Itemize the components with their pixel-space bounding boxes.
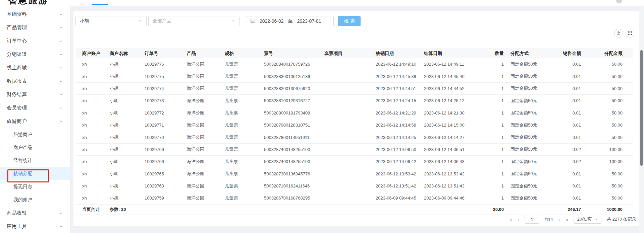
column-header: 核销日期 — [370, 49, 418, 58]
table-cell: 小胡 — [104, 131, 139, 143]
table-cell: 儿童票 — [219, 143, 258, 155]
first-page-button[interactable]: « — [509, 217, 512, 222]
table-cell — [318, 168, 370, 180]
table-cell: 2023-06-12 14:15:00 — [418, 119, 480, 131]
sidebar-item-data-report[interactable]: 数据报表 — [0, 74, 70, 88]
product-select[interactable]: 全部产品 — [148, 16, 239, 26]
page-size-select[interactable]: 20条/页 — [574, 215, 601, 224]
table-cell: 10029765 — [139, 168, 181, 180]
table-cell: 2023-06-12 14:49:11 — [418, 58, 480, 70]
table-row: xh小胡10029766海洋公园儿童票500328740014825510020… — [76, 156, 633, 168]
table-cell: 2023-06-09 09:44:46 — [418, 192, 480, 204]
chevron-down-icon — [59, 106, 63, 110]
chevron-down-icon — [59, 92, 63, 97]
table-cell: 1 — [480, 131, 504, 143]
user-avatar[interactable] — [616, 0, 622, 3]
column-header: 订单号 — [139, 49, 181, 58]
table-cell: 50.00 — [582, 168, 633, 180]
table-cell: 固定金额50元 — [504, 156, 551, 168]
sidebar-subitem-verification-allocation[interactable]: 核销分配 — [0, 167, 70, 180]
table-cell: 固定金额50元 — [504, 95, 551, 107]
sidebar-subitem-my-account[interactable]: 我的账户 — [0, 193, 70, 206]
chevron-down-icon — [59, 66, 63, 70]
table-cell: 儿童票 — [219, 180, 258, 192]
next-page-button[interactable]: › — [558, 217, 560, 222]
sidebar-subitem-operation-stats[interactable]: 经营统计 — [0, 154, 70, 167]
sidebar-item-tourism-merchant[interactable]: 旅游商户 — [0, 114, 70, 128]
table-cell: xh — [76, 70, 104, 82]
sidebar-subitem-withdraw-log[interactable]: 提现日志 — [0, 180, 70, 193]
table-cell: 10029772 — [139, 107, 181, 119]
table-cell: 50.00 — [582, 192, 633, 204]
scrollbar-track[interactable] — [639, 6, 644, 233]
sidebar-item-goods-cashier[interactable]: 商品收银 — [0, 206, 70, 220]
download-button[interactable] — [614, 29, 623, 37]
merchant-select[interactable]: 小胡 — [75, 16, 147, 26]
date-range-picker[interactable]: 2022-06-02 至 2023-07-01 — [246, 16, 334, 26]
summary-qty-total: 20.00 — [480, 204, 504, 215]
table-cell: 儿童票 — [219, 95, 258, 107]
table-cell: 海洋公园 — [181, 180, 219, 192]
content-area: 小胡 全部产品 2022-06-02 至 2023-07-01 检索 — [70, 6, 644, 233]
sidebar-item-distribution[interactable]: 分销渠道 — [0, 48, 70, 61]
sidebar-subitem-tourism-merchant-sub[interactable]: 旅游商户 — [0, 128, 70, 141]
table-cell: 小胡 — [104, 95, 139, 107]
table-cell: 2023-06-12 14:21:30 — [418, 107, 480, 119]
sidebar-item-order-center[interactable]: 订单中心 — [0, 34, 70, 48]
table-cell: 2023-06-12 14:14:25 — [370, 131, 418, 143]
table-cell: 小胡 — [104, 119, 139, 131]
sidebar-subitem-merchant-product[interactable]: 商户产品 — [0, 141, 70, 154]
table-cell: 海洋公园 — [181, 192, 219, 204]
sidebar-item-product-mgmt[interactable]: 产品管理 — [0, 21, 70, 34]
sidebar-item-finance-settle[interactable]: 财务结算 — [0, 88, 70, 101]
table-cell: 5003287400148255100 — [258, 156, 318, 168]
table-cell: 1 — [480, 192, 504, 204]
last-page-button[interactable]: » — [565, 217, 568, 222]
date-start-value: 2022-06-02 — [260, 18, 284, 24]
table-cell: 5003287800114951911 — [258, 131, 318, 143]
sidebar-item-basic-data[interactable]: 基础资料 — [0, 7, 70, 21]
sidebar-item-online-mall[interactable]: 线上商城 — [0, 61, 70, 74]
sidebar-item-label: 旅游商户 — [7, 118, 27, 125]
sidebar-item-label: 数据报表 — [7, 78, 27, 84]
table-row: xh小胡10029771海洋公园儿童票500328790012831075120… — [76, 119, 633, 131]
table-cell: 2023-06-12 14:24:15 — [370, 95, 418, 107]
table-cell: 海洋公园 — [181, 70, 219, 82]
sidebar-item-label: 财务结算 — [7, 91, 27, 98]
product-select-value: 全部产品 — [153, 18, 171, 24]
table-cell: 1 — [480, 95, 504, 107]
table-cell: 小胡 — [104, 70, 139, 82]
table-cell: 海洋公园 — [181, 143, 219, 155]
sidebar-item-member-mgmt[interactable]: 会员管理 — [0, 101, 70, 114]
table-row: xh小胡10029770海洋公园儿童票500328780011495191120… — [76, 131, 633, 143]
table-cell: 海洋公园 — [181, 119, 219, 131]
table-cell: 2023-06-12 13:51:43 — [418, 180, 480, 192]
table-cell: 50.00 — [582, 95, 633, 107]
grid-settings-button[interactable] — [626, 29, 634, 37]
sidebar-item-label: 商品收银 — [7, 210, 27, 216]
chevron-down-icon — [59, 52, 63, 57]
search-button[interactable]: 检索 — [338, 16, 361, 26]
table-cell: 5003287900128310751 — [258, 119, 318, 131]
scrollbar-thumb[interactable] — [640, 50, 643, 166]
table-cell: xh — [76, 156, 104, 168]
sidebar-item-app-tools[interactable]: 应用工具 — [0, 220, 70, 233]
column-header: 产品 — [181, 49, 219, 58]
table-cell: xh — [76, 180, 104, 192]
page-number-input[interactable]: 1 — [525, 215, 539, 224]
table-cell: 50.00 — [582, 180, 633, 192]
table-cell — [318, 143, 370, 155]
table-cell: 儿童票 — [219, 192, 258, 204]
column-header: 商户名称 — [104, 49, 139, 58]
table-cell: xh — [76, 58, 104, 70]
table-cell: xh — [76, 82, 104, 94]
table-cell: 固定金额50元 — [504, 58, 551, 70]
table-cell: 儿童票 — [219, 131, 258, 143]
chevron-down-icon — [231, 18, 235, 24]
table-body: xh小胡10029776海洋公园儿童票500328840017875972620… — [76, 58, 633, 205]
prev-page-button[interactable]: ‹ — [518, 217, 519, 222]
chevron-down-icon — [59, 12, 63, 16]
pagination: « ‹ 1 /114 › » 20条/页 共 2270 条记录 — [509, 215, 636, 224]
calendar-icon — [250, 18, 255, 24]
table-cell — [318, 58, 370, 70]
